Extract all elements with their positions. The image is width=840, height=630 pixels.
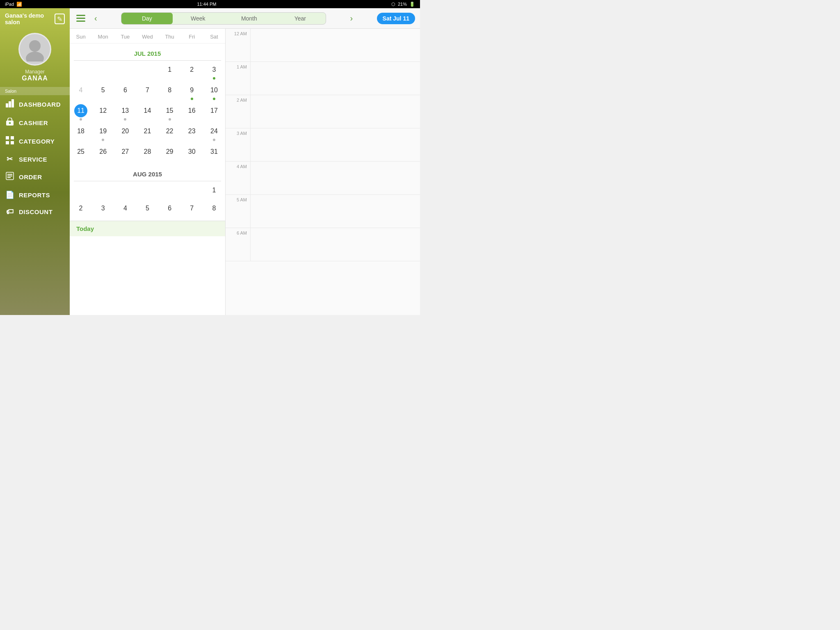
cal-day[interactable]: 17 [208,104,221,117]
cal-day[interactable]: 11 [74,104,87,117]
cal-cell[interactable]: 15 [159,102,181,122]
cal-cell[interactable]: 14 [136,102,158,122]
sidebar-item-cashier[interactable]: CASHIER [0,114,70,132]
cal-cell[interactable]: 31 [203,143,225,161]
cal-cell[interactable]: 17 [203,102,225,122]
cal-day[interactable]: 1 [163,63,176,76]
prev-button[interactable]: ‹ [91,12,100,25]
cal-day[interactable]: 28 [141,145,154,158]
cal-cell[interactable]: 18 [70,122,92,143]
cal-cell[interactable]: 2 [70,199,92,217]
cal-cell[interactable]: 5 [92,81,114,102]
cal-cell[interactable]: 4 [114,199,136,217]
cal-cell[interactable]: 25 [70,143,92,161]
cal-cell[interactable]: 13 [114,102,136,122]
cal-cell[interactable]: 9 [181,81,203,102]
cal-day[interactable]: 4 [74,84,87,97]
cal-day[interactable]: 23 [185,125,199,138]
cal-day[interactable]: 30 [185,145,199,158]
cal-day[interactable]: 18 [74,125,87,138]
cal-day[interactable]: 26 [96,145,110,158]
edit-icon[interactable]: ✎ [55,14,65,24]
cal-day[interactable]: 27 [119,145,132,158]
sidebar-item-order[interactable]: ORDER [0,168,70,186]
cal-cell[interactable]: 7 [181,199,203,217]
cal-day[interactable]: 6 [119,84,132,97]
cal-day[interactable]: 21 [141,125,154,138]
time-slot[interactable] [250,195,420,228]
cal-day[interactable]: 25 [74,145,87,158]
tab-day[interactable]: Day [121,13,173,24]
cal-cell[interactable]: 1 [159,61,181,81]
time-slot[interactable] [250,228,420,261]
cal-day[interactable]: 16 [185,104,199,117]
cal-cell[interactable]: 6 [159,199,181,217]
cal-cell[interactable]: 27 [114,143,136,161]
hamburger-button[interactable] [75,13,87,23]
cal-cell[interactable]: 4 [70,81,92,102]
cal-day[interactable]: 24 [208,125,221,138]
time-slot[interactable] [250,162,420,194]
cal-day[interactable]: 29 [163,145,176,158]
cal-cell[interactable]: 26 [92,143,114,161]
today-bar[interactable]: Today [70,221,225,236]
cal-cell[interactable]: 8 [159,81,181,102]
cal-cell[interactable]: 3 [92,199,114,217]
sidebar-item-discount[interactable]: 🏷 DISCOUNT [0,203,70,220]
cal-cell[interactable]: 12 [92,102,114,122]
tab-month[interactable]: Month [224,13,275,24]
cal-cell[interactable]: 6 [114,81,136,102]
time-slot[interactable] [250,62,420,95]
cal-day[interactable]: 1 [208,184,221,197]
cal-cell[interactable]: 30 [181,143,203,161]
cal-day[interactable]: 19 [96,125,110,138]
cal-cell[interactable]: 7 [136,81,158,102]
cal-cell[interactable]: 22 [159,122,181,143]
cal-cell[interactable]: 20 [114,122,136,143]
time-slot[interactable] [250,29,420,62]
cal-cell[interactable]: 8 [203,199,225,217]
cal-cell[interactable]: 10 [203,81,225,102]
cal-cell[interactable]: 29 [159,143,181,161]
cal-day[interactable]: 8 [163,84,176,97]
cal-cell[interactable]: 16 [181,102,203,122]
sidebar-item-service[interactable]: ✂ SERVICE [0,151,70,168]
sidebar-item-reports[interactable]: 📄 REPORTS [0,186,70,203]
cal-cell[interactable]: 3 [203,61,225,81]
cal-cell[interactable]: 23 [181,122,203,143]
cal-day[interactable]: 6 [163,202,176,215]
cal-day[interactable]: 8 [208,202,221,215]
cal-day[interactable]: 3 [96,202,110,215]
cal-day[interactable]: 14 [141,104,154,117]
cal-day[interactable]: 13 [119,104,132,117]
cal-cell[interactable]: 19 [92,122,114,143]
next-button[interactable]: › [347,12,356,25]
cal-cell[interactable]: 2 [181,61,203,81]
tab-week[interactable]: Week [173,13,224,24]
sidebar-item-category[interactable]: CATEGORY [0,132,70,151]
cal-day[interactable]: 7 [141,84,154,97]
time-slot[interactable] [250,128,420,161]
cal-day[interactable]: 7 [185,202,199,215]
tab-year[interactable]: Year [275,13,326,24]
cal-day[interactable]: 20 [119,125,132,138]
cal-day[interactable]: 5 [96,84,110,97]
cal-cell[interactable]: 5 [136,199,158,217]
cal-day[interactable]: 9 [185,84,199,97]
sidebar-item-dashboard[interactable]: DASHBOARD [0,95,70,114]
cal-cell[interactable]: 21 [136,122,158,143]
cal-cell[interactable]: 11 [70,102,92,122]
cal-cell[interactable]: 1 [203,181,225,199]
cal-day[interactable]: 3 [208,63,221,76]
cal-day[interactable]: 2 [185,63,199,76]
cal-cell[interactable]: 24 [203,122,225,143]
cal-cell[interactable]: 28 [136,143,158,161]
cal-day[interactable]: 5 [141,202,154,215]
cal-day[interactable]: 15 [163,104,176,117]
cal-day[interactable]: 12 [96,104,110,117]
cal-day[interactable]: 22 [163,125,176,138]
cal-day[interactable]: 10 [208,84,221,97]
cal-day[interactable]: 4 [119,202,132,215]
cal-day[interactable]: 31 [208,145,221,158]
cal-day[interactable]: 2 [74,202,87,215]
